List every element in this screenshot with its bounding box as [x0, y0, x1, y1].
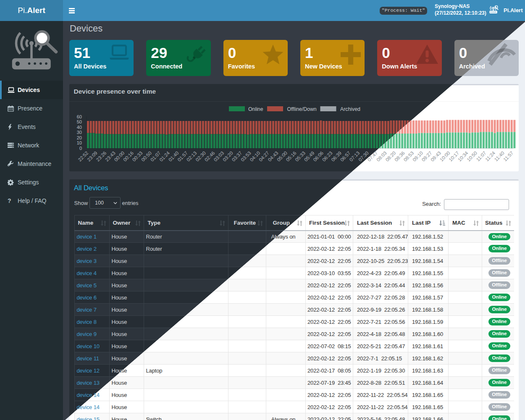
svg-text:0: 0	[79, 146, 82, 151]
svg-text:20: 20	[77, 135, 82, 140]
svg-text:11:57: 11:57	[502, 150, 514, 162]
svg-text:Online: Online	[248, 106, 263, 112]
svg-text:10: 10	[77, 140, 82, 145]
svg-text:40: 40	[77, 125, 82, 130]
svg-text:11:07: 11:07	[475, 150, 487, 162]
svg-text:50: 50	[77, 119, 82, 124]
svg-text:30: 30	[77, 130, 82, 135]
svg-text:Offline/Down: Offline/Down	[287, 106, 317, 112]
svg-text:11:24: 11:24	[484, 150, 496, 163]
svg-text:11:40: 11:40	[494, 150, 505, 162]
svg-text:Archived: Archived	[340, 106, 360, 112]
svg-text:60: 60	[77, 114, 82, 119]
svg-text:10:50: 10:50	[466, 150, 478, 163]
